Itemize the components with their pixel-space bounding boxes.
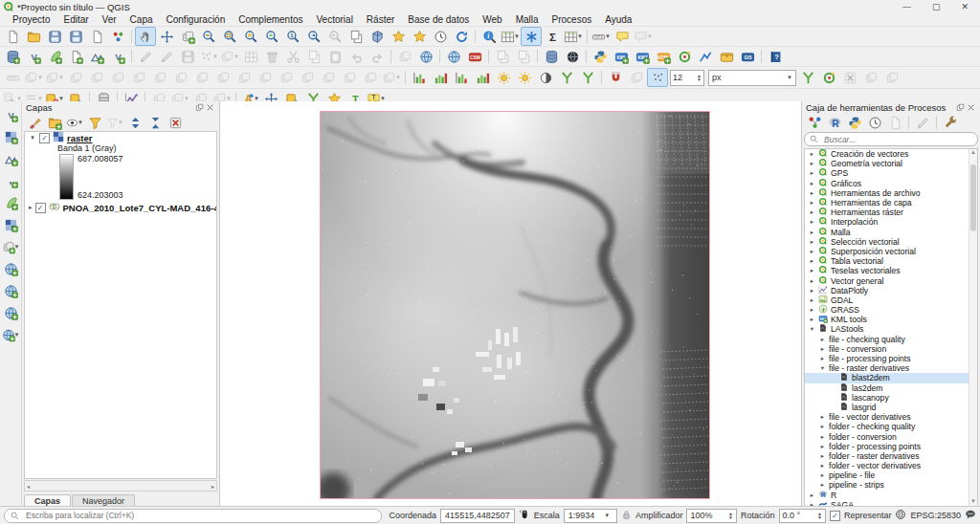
zoom-native-button[interactable]: 1	[282, 27, 303, 46]
bookmark-new-button[interactable]	[388, 27, 409, 46]
kml-export-button[interactable]: KML	[611, 47, 632, 66]
folder-open-button[interactable]	[23, 27, 44, 46]
menu-complementos[interactable]: Complementos	[232, 13, 309, 26]
add-delimited-text-button[interactable]: ,	[1, 171, 21, 190]
toggle-editing-button[interactable]	[156, 47, 177, 66]
toolbox-item-blast2dem[interactable]: blast2dem	[805, 373, 977, 382]
toolbox-item-folder-vector-derivatives[interactable]: ▸folder - vector derivatives	[805, 461, 977, 470]
offline-copy-button[interactable]	[492, 47, 513, 66]
grass-tools-button[interactable]: GIS	[737, 47, 758, 66]
zoom-to-selection-button[interactable]	[240, 27, 261, 46]
toolbox-item-gr-ficos[interactable]: ▸Gráficos	[805, 179, 977, 188]
raster-l-button[interactable]	[255, 68, 276, 87]
new-shapefile-button[interactable]: V	[23, 47, 44, 66]
statistics-sum-button[interactable]: Σ	[542, 27, 563, 46]
topology-check-button[interactable]	[798, 68, 819, 87]
rotation-spinbox[interactable]: 0.0 °▲▼	[779, 509, 826, 523]
html-export-button[interactable]: HTML	[653, 47, 674, 66]
expander-closed-icon[interactable]: ▸	[819, 433, 826, 441]
new-temporary-scratch-button[interactable]	[65, 47, 86, 66]
new-map-view-button[interactable]	[345, 27, 367, 46]
expander-closed-icon[interactable]: ▸	[809, 208, 815, 216]
snapping-magnet-button[interactable]	[605, 68, 626, 87]
expander-closed-icon[interactable]: ▸	[809, 248, 815, 255]
menu-procesos[interactable]: Procesos	[546, 13, 599, 26]
map-canvas[interactable]	[220, 101, 801, 507]
layers-horizontal-scrollbar[interactable]: ◂▸	[24, 480, 217, 491]
snapping-units-combobox[interactable]: px▼	[708, 70, 796, 86]
toolbox-item-pipeline-strips[interactable]: ▸pipeline - strips	[805, 480, 977, 490]
minimize-button[interactable]: —	[902, 2, 911, 11]
toolbox-search-input[interactable]	[822, 134, 941, 145]
vector-m-button[interactable]	[276, 68, 297, 87]
add-raster-layer-button[interactable]	[1, 127, 21, 146]
add-postgis-button[interactable]: ▼	[1, 237, 21, 256]
expander-closed-icon[interactable]: ▸	[819, 481, 826, 489]
vector-p-button[interactable]	[339, 68, 360, 87]
paste-features-button[interactable]	[324, 47, 345, 66]
expander-closed-icon[interactable]: ▸	[809, 160, 815, 167]
histogram-full-button[interactable]	[409, 68, 430, 87]
expander-closed-icon[interactable]: ▸	[809, 189, 815, 197]
toolbox-item-r[interactable]: ▸RR	[805, 491, 977, 500]
toolbox-item-tabla-vectorial[interactable]: ▸Tabla vectorial	[805, 256, 977, 266]
expander-closed-icon[interactable]: ▸	[809, 287, 815, 295]
zoom-next-button[interactable]	[324, 27, 345, 46]
processing-close-icon[interactable]	[966, 102, 976, 113]
python-provider-button[interactable]	[845, 114, 864, 131]
python-console-button[interactable]	[590, 47, 611, 66]
menu-ver[interactable]: Ver	[96, 13, 123, 26]
toolbox-item-pipeline-file[interactable]: ▸pipeline - file	[805, 470, 977, 480]
expander-closed-icon[interactable]: ▸	[809, 491, 815, 499]
toolbox-item-file-vector-derivatives[interactable]: ▸file - vector derivatives	[805, 412, 977, 422]
raster-b-button[interactable]: ▼	[44, 68, 65, 87]
csw-badge-button[interactable]: CSW	[464, 47, 485, 66]
expander-open-icon[interactable]: ▾	[819, 364, 826, 372]
topo-edit-button[interactable]	[819, 68, 840, 87]
select-grid-button[interactable]: ▼	[563, 27, 584, 46]
annotations-button[interactable]: ▼	[633, 27, 654, 46]
toolbox-item-dataplotly[interactable]: ▸DataPlotly	[805, 286, 977, 295]
mesh-q-button[interactable]	[360, 68, 381, 87]
manage-themes-button[interactable]: ▼	[65, 114, 84, 131]
tracing-dots-button[interactable]	[647, 68, 668, 87]
toolbox-item-gps[interactable]: ▸GPS	[805, 168, 977, 178]
refresh-map-button[interactable]	[451, 27, 472, 46]
expander-closed-icon[interactable]: ▸	[809, 150, 815, 158]
current-edits-button[interactable]	[135, 47, 156, 66]
zoom-full-extent-button[interactable]	[219, 27, 240, 46]
menu-capa[interactable]: Capa	[123, 13, 160, 26]
metasearch-button[interactable]	[443, 47, 464, 66]
expander-closed-icon[interactable]: ▸	[809, 316, 815, 323]
archive-tool-button[interactable]	[716, 47, 737, 66]
kmz-export-button[interactable]: KMZ	[632, 47, 653, 66]
toolbox-item-folder-checking-quality[interactable]: ▸folder - checking quality	[805, 422, 977, 431]
menu-r-ster[interactable]: Ráster	[360, 13, 401, 26]
results-doc-button[interactable]	[885, 114, 904, 131]
messages-icon[interactable]	[965, 509, 976, 522]
layout-north-button[interactable]	[2, 68, 23, 87]
expander-closed-icon[interactable]: ▸	[809, 267, 815, 274]
identify-features-button[interactable]: i	[479, 27, 500, 46]
inplace-edit-button[interactable]	[913, 114, 932, 131]
raster-f-button[interactable]	[128, 68, 149, 87]
raster-c-button[interactable]	[65, 68, 86, 87]
mouse-extents-icon[interactable]	[519, 509, 530, 522]
toolbox-item-herramientas-de-capa[interactable]: ▸Herramientas de capa	[805, 198, 977, 207]
expander-closed-icon[interactable]: ▸	[809, 257, 815, 265]
close-button[interactable]: ✕	[961, 2, 969, 11]
toolbox-item-teselas-vectoriales[interactable]: ▸Teselas vectoriales	[805, 266, 977, 275]
raster-j-button[interactable]	[212, 68, 234, 87]
new-virtual-layer-button[interactable]: V	[107, 47, 128, 66]
snap-tolerance-button[interactable]	[626, 68, 647, 87]
filter-y-a-button[interactable]	[556, 68, 577, 87]
layer-name[interactable]: PNOA_2010_Lote7_CYL-MAD_416-4484_ORT-CLA…	[63, 203, 217, 213]
toolbox-item-geometr-a-vectorial[interactable]: ▸Geometría vectorial	[805, 159, 977, 168]
expander-closed-icon[interactable]: ▸	[809, 238, 815, 246]
layer-checkbox[interactable]: ✓	[39, 133, 50, 143]
digitize-button[interactable]: ▼	[198, 47, 219, 66]
expander-closed-icon[interactable]: ▸	[809, 218, 815, 226]
contrast-toggle-button[interactable]	[535, 68, 556, 87]
history-clock-button[interactable]	[865, 114, 884, 131]
toolbox-item-gdal[interactable]: ▸GDAL	[805, 295, 977, 305]
